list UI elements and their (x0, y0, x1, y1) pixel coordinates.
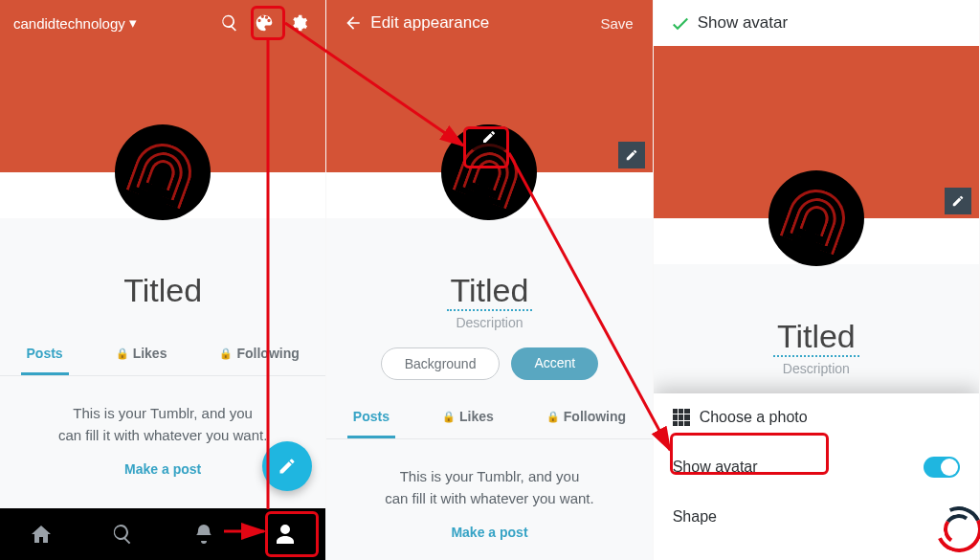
avatar-wrap (115, 124, 211, 220)
blog-title: Titled (123, 272, 202, 309)
blog-selector[interactable]: candidtechnology ▾ (10, 14, 137, 32)
avatar-edit-button[interactable] (471, 124, 507, 151)
tab-posts[interactable]: Posts (347, 397, 395, 438)
lock-icon: 🔒 (442, 411, 456, 423)
make-post-link[interactable]: Make a post (124, 461, 201, 477)
avatar[interactable] (768, 170, 864, 266)
nav-account-icon[interactable] (273, 522, 298, 547)
empty-state-text: This is your Tumblr, and you can fill it… (58, 403, 267, 446)
topbar-blog: candidtechnology ▾ (0, 0, 325, 46)
blog-title-editable[interactable]: Titled (773, 318, 859, 357)
tab-posts[interactable]: Posts (21, 334, 69, 375)
panel-blog: candidtechnology ▾ Titled Posts 🔒Likes 🔒… (0, 0, 326, 560)
make-post-link[interactable]: Make a post (451, 525, 527, 540)
edit-content: Titled Description Background Accent Pos… (326, 218, 652, 560)
pencil-icon (481, 129, 497, 145)
color-pills: Background Accent (381, 347, 599, 380)
topbar-avatar: Show avatar (654, 0, 979, 46)
background-pill[interactable]: Background (381, 347, 501, 380)
screen-title: Edit appearance (370, 13, 489, 33)
avatar[interactable] (441, 124, 537, 220)
save-button[interactable]: Save (590, 10, 642, 37)
avatar-sheet: Choose a photo Show avatar Shape (654, 393, 979, 560)
tab-following[interactable]: 🔒Following (541, 397, 632, 438)
blog-name: candidtechnology (13, 15, 125, 32)
bottom-nav (0, 508, 325, 560)
sheet-shape[interactable]: Shape (654, 493, 979, 541)
chevron-down-icon: ▾ (129, 14, 137, 32)
compose-fab[interactable] (262, 441, 312, 491)
palette-icon[interactable] (247, 6, 281, 40)
gear-icon[interactable] (281, 6, 316, 40)
sheet-show-avatar[interactable]: Show avatar (654, 441, 979, 493)
grid-icon (673, 409, 700, 426)
avatar-wrap (768, 170, 864, 266)
blog-tabs: Posts 🔒Likes 🔒Following (0, 334, 325, 376)
blog-tabs: Posts 🔒Likes 🔒Following (326, 397, 652, 439)
toggle-show-avatar[interactable] (924, 457, 960, 478)
banner-edit-button[interactable] (945, 188, 971, 214)
tab-likes[interactable]: 🔒Likes (436, 397, 500, 438)
pencil-icon (951, 194, 965, 208)
tab-likes[interactable]: 🔒Likes (110, 334, 173, 375)
panel-edit-appearance: Edit appearance Save Titled Description … (326, 0, 653, 560)
blog-title-editable[interactable]: Titled (447, 272, 533, 311)
search-icon[interactable] (212, 6, 247, 40)
panel-show-avatar: Show avatar Titled Description Backgroun… (654, 0, 980, 560)
nav-search-icon[interactable] (110, 522, 135, 547)
lock-icon: 🔒 (219, 347, 233, 360)
avatar-wrap (441, 124, 537, 220)
avatar[interactable] (115, 124, 211, 220)
empty-state-text: This is your Tumblr, and you can fill it… (385, 466, 593, 509)
nav-activity-icon[interactable] (191, 522, 216, 547)
screen-title: Show avatar (698, 13, 789, 33)
confirm-icon[interactable] (663, 6, 698, 40)
sheet-choose-photo[interactable]: Choose a photo (654, 393, 979, 441)
topbar-edit: Edit appearance Save (326, 0, 652, 46)
lock-icon: 🔒 (546, 411, 560, 423)
accent-pill[interactable]: Accent (511, 347, 598, 380)
lock-icon: 🔒 (116, 347, 129, 360)
blog-description[interactable]: Description (456, 315, 523, 330)
tab-following[interactable]: 🔒Following (213, 334, 304, 375)
back-icon[interactable] (336, 6, 370, 40)
nav-home-icon[interactable] (29, 522, 54, 547)
blog-description[interactable]: Description (783, 361, 850, 376)
pencil-icon (278, 457, 297, 476)
banner-edit-button[interactable] (618, 142, 645, 168)
pencil-icon (625, 148, 638, 162)
